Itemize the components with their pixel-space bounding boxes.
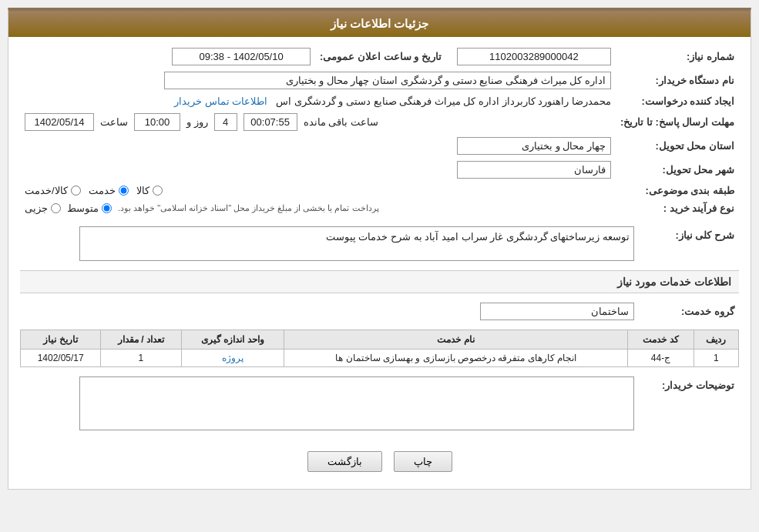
shahr-label: شهر محل تحویل:: [616, 158, 739, 182]
radio-kala-input[interactable]: [153, 186, 163, 196]
radio-kala-khedmat-label: کالا/خدمت: [25, 185, 68, 196]
cell-tarikh: 1402/05/17: [21, 350, 101, 367]
tawsifat-label: توضیحات خریدار:: [639, 373, 739, 436]
mohlat-mande-label: ساعت باقی مانده: [304, 116, 378, 128]
radio-jozi-input[interactable]: [51, 203, 61, 213]
sharh-label: شرح کلی نیاز:: [639, 223, 739, 264]
print-button[interactable]: چاپ: [394, 451, 452, 472]
sharh-value: توسعه زیرساختهای گردشگری غار سراب امید آ…: [79, 226, 634, 261]
mohlat-mande-value: 00:07:55: [243, 113, 297, 131]
col-name: نام خدمت: [284, 330, 628, 350]
cell-code: ج-44: [628, 350, 694, 367]
col-tarikh: تاریخ نیاز: [21, 330, 101, 350]
col-radif: ردیف: [694, 330, 738, 350]
mohlat-saat-label: ساعت: [100, 116, 128, 128]
tawsifat-textarea[interactable]: [79, 376, 634, 430]
radio-jozi-label: جزیی: [25, 202, 48, 214]
mohlat-date: 1402/05/14: [25, 113, 94, 131]
cell-tedad: 1: [101, 350, 181, 367]
col-vahad: واحد اندازه گیری: [181, 330, 284, 350]
col-code: کد خدمت: [628, 330, 694, 350]
mohlat-rooz-label: روز و: [186, 116, 208, 128]
radio-motovaset[interactable]: متوسط: [67, 202, 112, 214]
mohlat-label: مهلت ارسال پاسخ: تا تاریخ:: [616, 110, 739, 134]
grooh-khedmat-label: گروه خدمت:: [639, 299, 739, 323]
shomara-niaz-label: شماره نیاز:: [616, 45, 739, 69]
services-table: ردیف کد خدمت نام خدمت واحد اندازه گیری ت…: [20, 330, 739, 367]
cell-vahad: پروژه: [181, 350, 284, 367]
tarikh-saat-value: 1402/05/10 - 09:38: [172, 48, 311, 65]
button-row: چاپ بازگشت: [20, 442, 739, 481]
ijad-konande-link[interactable]: اطلاعات تماس خریدار: [174, 95, 267, 107]
nam-dastgah-label: نام دستگاه خریدار:: [616, 69, 739, 92]
radio-khedmat-label: خدمت: [89, 185, 116, 196]
ostan-label: استان محل تحویل:: [616, 134, 739, 158]
cell-name: انجام کارهای متفرقه درخصوص بازسازی و بهس…: [284, 350, 628, 367]
tarikh-saat-label: تاریخ و ساعت اعلان عمومی:: [315, 45, 446, 69]
ijad-konande-value: محمدرضا راهنورد کاربرداز اداره کل میراث …: [276, 95, 611, 107]
tabaqabandi-label: طبقه بندی موضوعی:: [616, 182, 739, 199]
col-tedad: تعداد / مقدار: [101, 330, 181, 350]
page-title: جزئیات اطلاعات نیاز: [8, 11, 751, 37]
radio-jozi[interactable]: جزیی: [25, 202, 61, 214]
grooh-khedmat-value: ساختمان: [480, 303, 634, 320]
nam-dastgah-value: اداره کل میراث فرهنگی صنایع دستی و گردشگ…: [164, 72, 611, 89]
ijad-konande-label: ایجاد کننده درخواست:: [616, 92, 739, 110]
radio-khedmat[interactable]: خدمت: [89, 185, 129, 196]
mohlat-rooz-value: 4: [214, 113, 237, 131]
cell-radif: 1: [694, 350, 738, 367]
ostan-value: چهار محال و بختیاری: [457, 137, 611, 155]
radio-kala-khedmat[interactable]: کالا/خدمت: [25, 185, 81, 196]
shahr-value: فارسان: [457, 161, 611, 179]
shomara-niaz-value: 1102003289000042: [457, 48, 611, 65]
radio-motovaset-label: متوسط: [67, 202, 99, 214]
radio-motovaset-input[interactable]: [102, 203, 112, 213]
back-button[interactable]: بازگشت: [307, 451, 382, 472]
radio-kala-khedmat-input[interactable]: [71, 186, 81, 196]
nooe-farayand-label: نوع فرآیند خرید :: [616, 199, 739, 217]
mohlat-saat-value: 10:00: [134, 113, 180, 131]
radio-kala[interactable]: کالا: [136, 185, 163, 196]
farayand-note: پرداخت تمام یا بخشی از مبلغ خریداز محل "…: [118, 203, 379, 213]
services-section-title: اطلاعات خدمات مورد نیاز: [20, 270, 739, 293]
radio-kala-label: کالا: [136, 185, 149, 196]
radio-khedmat-input[interactable]: [119, 186, 129, 196]
table-row: 1 ج-44 انجام کارهای متفرقه درخصوص بازساز…: [21, 350, 739, 367]
